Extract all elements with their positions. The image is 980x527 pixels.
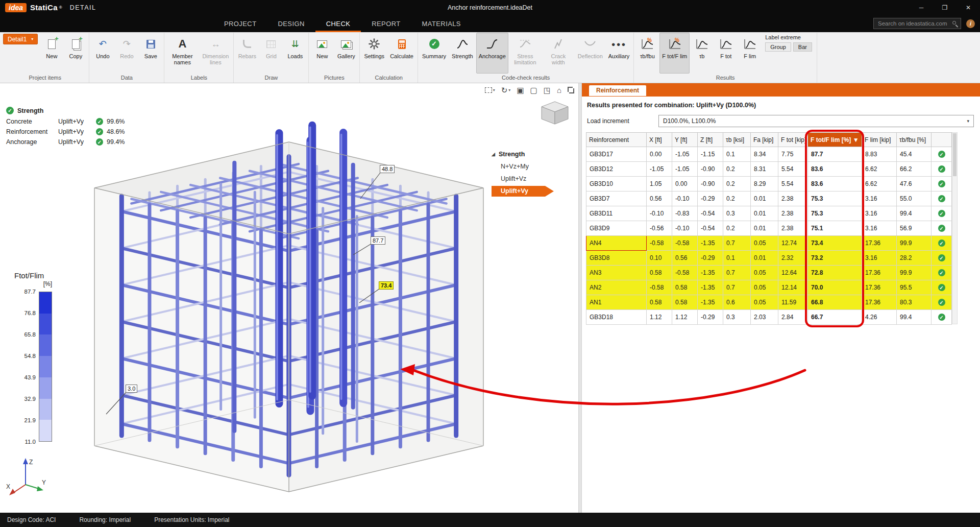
layers-icon[interactable]: ▢: [530, 86, 537, 94]
ribbon-button-f-lim[interactable]: F lim: [738, 33, 762, 74]
3d-viewport[interactable]: ▾↻▾▣▢◳⌂ ✓StrengthConcreteUplift+Vy✓99.6%…: [0, 83, 578, 513]
ribbon-button-strength[interactable]: Strength: [449, 33, 476, 74]
minimize-button[interactable]: ─: [910, 0, 933, 15]
ok-check-icon: ✓: [938, 314, 945, 321]
tree-item-n-vz-my[interactable]: N+Vz+My: [492, 161, 569, 172]
column-header-z-ft-[interactable]: Z [ft]: [698, 133, 723, 147]
orbit-icon[interactable]: ↻▾: [501, 86, 511, 94]
ribbon-group-project-items: Detail1▾+New+CopyProject items: [1, 33, 89, 83]
ribbon-button-f-tot-f-lim[interactable]: %F tot/F lim: [659, 33, 690, 74]
column-header-x-ft-[interactable]: X [ft]: [647, 133, 672, 147]
column-header-f-tot-kip-[interactable]: F tot [kip]: [778, 133, 808, 147]
scrollbar-thumb[interactable]: [953, 133, 957, 176]
navigation-cube[interactable]: [538, 100, 571, 126]
section-icon[interactable]: ◳: [544, 86, 551, 94]
ribbon-button-anchorage[interactable]: Anchorage: [476, 33, 508, 74]
column-header-status[interactable]: [932, 133, 952, 147]
table-scrollbar[interactable]: [952, 132, 958, 324]
ok-check-icon: ✓: [938, 239, 945, 247]
axonometry-icon[interactable]: ▣: [517, 86, 524, 94]
column-header--b-fbu-[interactable]: τb/fbu [%]: [897, 133, 932, 147]
column-header--b-ksi-[interactable]: τb [ksi]: [723, 133, 751, 147]
menu-design[interactable]: DESIGN: [267, 15, 315, 32]
ribbon-button-member-names[interactable]: AMember names: [166, 33, 199, 74]
value-cell: 0.2: [723, 221, 751, 236]
menu-check[interactable]: CHECK: [315, 15, 361, 32]
table-row-gb3d9[interactable]: GB3D9-0.56-0.10-0.540.20.012.3875.13.165…: [586, 221, 952, 236]
home-icon[interactable]: ⌂: [557, 86, 561, 94]
status-bar: Design Code: ACI Rounding: Imperial Pres…: [0, 513, 980, 527]
panel-splitter[interactable]: [578, 83, 582, 513]
search-box[interactable]: [873, 18, 961, 29]
logo-statica-text: StatiCa: [30, 3, 58, 12]
ribbon-button-settings[interactable]: Settings: [361, 33, 387, 74]
ribbon-group-buttons: AMember names↔Dimension lines: [166, 33, 232, 74]
maximize-button[interactable]: ❐: [933, 0, 957, 15]
table-row-an3[interactable]: AN30.58-0.58-1.350.70.0512.6472.817.3699…: [586, 266, 952, 280]
column-header-y-ft-[interactable]: Y [ft]: [672, 133, 698, 147]
info-icon[interactable]: i: [966, 19, 975, 28]
close-button[interactable]: ✕: [957, 0, 980, 15]
ribbon-button-calculate[interactable]: Calculate: [387, 33, 416, 74]
fullscreen-icon[interactable]: [568, 87, 574, 93]
ribbon-button-undo[interactable]: ↶Undo: [91, 33, 114, 74]
value-cell: 0.6: [723, 295, 751, 310]
ribbon-button--b-fbu[interactable]: %τb/fbu: [635, 33, 659, 74]
panel-tab-bar: Reinforcement: [582, 83, 980, 97]
search-input[interactable]: [873, 18, 961, 29]
ribbon-button-new[interactable]: New: [310, 33, 334, 74]
ribbon-button-f-tot[interactable]: F tot: [714, 33, 738, 74]
column-header-fa-kip-[interactable]: Fa [kip]: [751, 133, 778, 147]
tree-node-strength[interactable]: ◢Strength: [492, 151, 569, 158]
ribbon-button-loads[interactable]: ⇊Loads: [283, 33, 307, 74]
table-row-an2[interactable]: AN2-0.580.58-1.350.70.0512.1470.017.3695…: [586, 280, 952, 295]
ribbon-button-save[interactable]: Save: [139, 33, 162, 74]
value-cell: 8.31: [751, 162, 778, 177]
table-row-gb3d12[interactable]: GB3D12-1.05-1.05-0.900.28.315.5483.66.62…: [586, 162, 952, 177]
ok-check-icon: ✓: [938, 225, 945, 232]
column-header-f-lim-kip-[interactable]: F lim [kip]: [862, 133, 897, 147]
value-cell: -0.83: [672, 206, 698, 221]
table-row-an1[interactable]: AN10.580.58-1.350.60.0511.5966.817.3680.…: [586, 295, 952, 310]
table-row-an4[interactable]: AN4-0.58-0.58-1.350.70.0512.7473.417.369…: [586, 236, 952, 251]
tree-item-uplift-vz[interactable]: Uplift+Vz: [492, 174, 569, 184]
status-cell: ✓: [932, 295, 952, 310]
table-row-gb3d10[interactable]: GB3D101.050.00-0.900.28.295.5483.66.6247…: [586, 177, 952, 191]
ribbon-button-copy[interactable]: +Copy: [64, 33, 87, 74]
table-row-gb3d17[interactable]: GB3D170.00-1.05-1.150.18.347.7587.78.834…: [586, 147, 952, 162]
table-row-gb3d11[interactable]: GB3D11-0.10-0.83-0.540.30.012.3875.33.16…: [586, 206, 952, 221]
ribbon-button-summary[interactable]: ✓Summary: [420, 33, 449, 74]
ribbon-button-auxiliary[interactable]: ●●●Auxiliary: [606, 33, 632, 74]
table-row-gb3d8[interactable]: GB3D80.100.56-0.290.10.012.3273.23.1628.…: [586, 251, 952, 266]
table-row-gb3d18[interactable]: GB3D181.121.12-0.290.32.032.8466.74.2699…: [586, 310, 952, 325]
ribbon-button-label: F tot/F lim: [662, 53, 687, 59]
legend-item-name: Anchorage: [6, 138, 58, 146]
dropdown-caret-icon: ▾: [967, 118, 969, 124]
toggle-group[interactable]: Group: [765, 42, 791, 52]
status-cell: ✓: [932, 221, 952, 236]
selection-frame-icon[interactable]: ▾: [485, 87, 495, 93]
column-header-reinforcement[interactable]: Reinforcement: [586, 133, 647, 147]
value-cell: 2.84: [778, 310, 808, 325]
menu-materials[interactable]: MATERIALS: [411, 15, 472, 32]
y-axis-label: Y: [42, 479, 46, 486]
ribbon-button-gallery[interactable]: Gallery: [334, 33, 358, 74]
legend-title-text: Strength: [17, 107, 43, 114]
scale-tick: 11.0: [14, 439, 36, 445]
menu-project[interactable]: PROJECT: [213, 15, 267, 32]
ribbon-button-label: Grid: [266, 53, 277, 59]
toggle-bar[interactable]: Bar: [793, 42, 812, 52]
table-row-gb3d7[interactable]: GB3D70.56-0.10-0.290.20.012.3875.33.1655…: [586, 191, 952, 206]
column-header-f-tot-f-lim-[interactable]: F tot/F lim [%] ▼: [808, 133, 862, 147]
status-design-code: Design Code: ACI: [7, 516, 56, 523]
ribbon-button--b[interactable]: τb: [690, 33, 714, 74]
ribbon-button-redo: ↷Redo: [115, 33, 138, 74]
ribbon-button-new[interactable]: +New: [40, 33, 63, 74]
status-cell: ✓: [932, 177, 952, 191]
project-item-selector[interactable]: Detail1▾: [3, 34, 38, 44]
chart-percent-icon: %: [641, 36, 654, 52]
tab-reinforcement[interactable]: Reinforcement: [589, 85, 646, 96]
load-increment-select[interactable]: D100.0%, L100.0% ▾: [658, 115, 974, 127]
tree-item-uplift-vy[interactable]: Uplift+Vy: [492, 186, 554, 197]
menu-report[interactable]: REPORT: [361, 15, 411, 32]
